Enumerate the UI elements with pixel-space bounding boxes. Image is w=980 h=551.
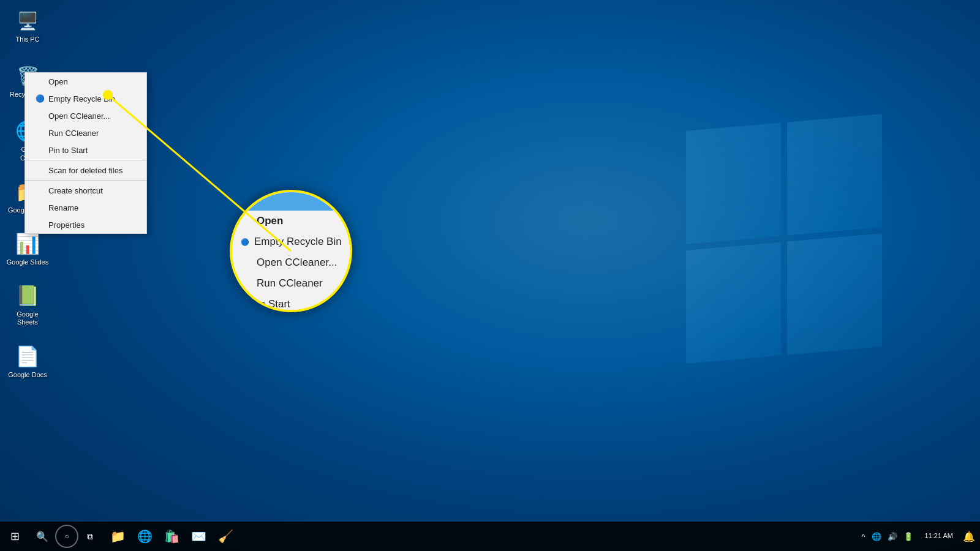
annotation-dot bbox=[103, 90, 113, 100]
rename-icon bbox=[35, 203, 45, 212]
tray-volume[interactable]: 🔊 bbox=[886, 532, 899, 541]
separator-2 bbox=[25, 180, 146, 181]
tray-network[interactable]: 🌐 bbox=[870, 532, 883, 541]
taskbar-store[interactable]: 🛍️ bbox=[158, 523, 185, 550]
start-button[interactable]: ⊞ bbox=[0, 522, 29, 551]
context-menu-item-properties[interactable]: Properties bbox=[25, 216, 146, 233]
properties-icon bbox=[35, 220, 45, 230]
mail-icon: ✉️ bbox=[191, 529, 206, 544]
desktop: 🖥️ This PC 🗑️ Recycle Bin 🌐 GooChro 📁 Go… bbox=[0, 0, 980, 551]
magnified-pin-icon bbox=[241, 299, 252, 310]
empty-recycle-bin-icon: 🔵 bbox=[35, 94, 45, 103]
taskbar-edge[interactable]: 🌐 bbox=[131, 523, 158, 550]
win-pane-1 bbox=[686, 122, 781, 244]
magnified-item-run-ccleaner[interactable]: Run CCleaner bbox=[232, 273, 350, 294]
desktop-icon-google-docs[interactable]: 📄 Google Docs bbox=[3, 342, 52, 381]
sheets-label: Google Sheets bbox=[6, 310, 50, 326]
system-tray: ^ 🌐 🔊 🔋 bbox=[854, 522, 919, 551]
context-menu-item-empty-recycle-bin[interactable]: 🔵 Empty Recycle Bin bbox=[25, 90, 146, 107]
magnified-item-open[interactable]: Open bbox=[232, 211, 350, 231]
ccleaner-taskbar-icon: 🧹 bbox=[218, 529, 233, 544]
clock-time: 11:21 AM bbox=[925, 531, 953, 541]
context-menu-item-open[interactable]: Open bbox=[25, 73, 146, 90]
desktop-icon-google-slides[interactable]: 📊 Google Slides bbox=[3, 229, 52, 269]
tray-chevron[interactable]: ^ bbox=[859, 532, 867, 541]
open-ccleaner-icon bbox=[35, 111, 45, 121]
magnified-item-pin-to-start[interactable]: to Start bbox=[232, 294, 350, 312]
desktop-icon-this-pc[interactable]: 🖥️ This PC bbox=[3, 6, 52, 46]
sheets-icon: 📗 bbox=[15, 283, 40, 308]
windows-logo-watermark bbox=[686, 122, 882, 355]
slides-label: Google Slides bbox=[7, 258, 49, 266]
explorer-icon: 📁 bbox=[110, 529, 126, 544]
create-shortcut-icon bbox=[35, 186, 45, 195]
pin-to-start-icon bbox=[35, 145, 45, 155]
taskbar-ccleaner[interactable]: 🧹 bbox=[212, 523, 239, 550]
win-pane-3 bbox=[686, 242, 781, 364]
win-pane-4 bbox=[787, 233, 882, 355]
taskbar-mail[interactable]: ✉️ bbox=[185, 523, 212, 550]
separator-1 bbox=[25, 160, 146, 160]
notification-button[interactable]: 🔔 bbox=[958, 531, 980, 542]
docs-icon: 📄 bbox=[15, 344, 40, 369]
magnified-menu-content: Open 🔵 Empty Recycle Bin Open CCleaner..… bbox=[232, 192, 350, 312]
docs-label: Google Docs bbox=[8, 371, 47, 379]
magnified-open-icon bbox=[241, 216, 252, 227]
win-pane-2 bbox=[787, 114, 882, 236]
search-icon: 🔍 bbox=[36, 531, 48, 542]
edge-icon: 🌐 bbox=[137, 529, 153, 544]
search-button[interactable]: 🔍 bbox=[31, 525, 54, 548]
this-pc-icon: 🖥️ bbox=[15, 9, 40, 33]
start-icon: ⊞ bbox=[10, 530, 20, 543]
magnified-item-open-ccleaner[interactable]: Open CCleaner... bbox=[232, 252, 350, 273]
context-menu-item-pin-to-start[interactable]: Pin to Start bbox=[25, 141, 146, 159]
task-view-button[interactable]: ⧉ bbox=[78, 525, 102, 548]
context-menu-item-open-ccleaner[interactable]: Open CCleaner... bbox=[25, 107, 146, 124]
desktop-icon-google-sheets[interactable]: 📗 Google Sheets bbox=[3, 281, 52, 329]
store-icon: 🛍️ bbox=[164, 529, 179, 544]
magnified-context-menu-circle: Open 🔵 Empty Recycle Bin Open CCleaner..… bbox=[230, 190, 352, 312]
slides-icon: 📊 bbox=[15, 231, 40, 256]
magnified-top-bar bbox=[232, 192, 350, 211]
magnified-item-empty-recycle-bin[interactable]: 🔵 Empty Recycle Bin bbox=[232, 231, 350, 252]
magnified-empty-recycle-icon: 🔵 bbox=[241, 236, 249, 247]
taskbar-explorer[interactable]: 📁 bbox=[104, 523, 131, 550]
notification-icon: 🔔 bbox=[963, 531, 975, 542]
cortana-icon: ○ bbox=[64, 532, 69, 541]
taskbar: ⊞ 🔍 ○ ⧉ 📁 🌐 🛍️ ✉️ 🧹 bbox=[0, 522, 980, 551]
run-ccleaner-icon bbox=[35, 128, 45, 138]
task-view-icon: ⧉ bbox=[87, 531, 93, 542]
taskbar-pinned-apps: 📁 🌐 🛍️ ✉️ 🧹 bbox=[104, 523, 239, 550]
tray-battery[interactable]: 🔋 bbox=[902, 532, 915, 541]
scan-icon bbox=[35, 165, 45, 175]
context-menu: Open 🔵 Empty Recycle Bin Open CCleaner..… bbox=[24, 72, 147, 234]
this-pc-label: This PC bbox=[15, 36, 39, 43]
context-menu-item-scan-for-deleted[interactable]: Scan for deleted files bbox=[25, 162, 146, 179]
magnified-run-ccleaner-icon bbox=[241, 278, 252, 289]
context-menu-item-create-shortcut[interactable]: Create shortcut bbox=[25, 182, 146, 199]
context-menu-item-rename[interactable]: Rename bbox=[25, 199, 146, 216]
magnified-ccleaner-icon bbox=[241, 257, 252, 268]
taskbar-clock[interactable]: 11:21 AM bbox=[920, 522, 958, 551]
open-icon bbox=[35, 77, 45, 86]
cortana-button[interactable]: ○ bbox=[55, 525, 78, 548]
context-menu-item-run-ccleaner[interactable]: Run CCleaner bbox=[25, 124, 146, 141]
